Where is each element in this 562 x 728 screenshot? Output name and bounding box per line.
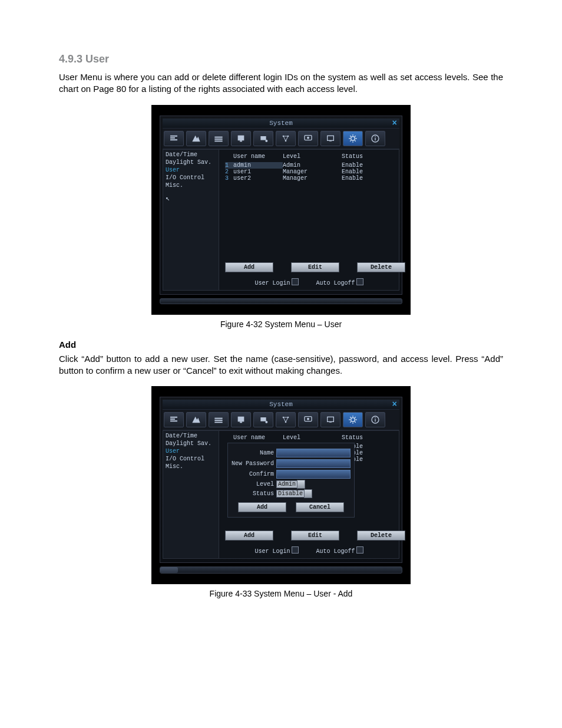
sidebar-item-daylight[interactable]: Daylight Sav. [166, 440, 216, 447]
svg-rect-17 [375, 136, 375, 137]
svg-rect-23 [260, 417, 266, 421]
add-user-dialog: Name New Password Confirm Level [227, 443, 355, 518]
user-login-label: User Login [254, 548, 290, 555]
delete-button[interactable]: Delete [357, 262, 405, 272]
svg-rect-22 [240, 421, 242, 423]
figure-32-caption: Figure 4-32 System Menu – User [59, 319, 503, 329]
system-toolbar [163, 128, 399, 149]
close-icon[interactable]: × [392, 400, 397, 409]
user-login-checkbox[interactable] [292, 546, 299, 554]
toolbar-icon-5[interactable] [253, 412, 273, 427]
col-username: User name [233, 153, 283, 160]
figure-33-caption: Figure 4-33 System Menu – User - Add [59, 589, 503, 598]
svg-rect-3 [238, 135, 244, 140]
sidebar-item-misc[interactable]: Misc. [166, 182, 216, 189]
chevron-down-icon[interactable] [297, 480, 305, 489]
svg-rect-20 [214, 421, 222, 423]
auto-logoff-checkbox[interactable] [356, 546, 363, 554]
toolbar-icon-2[interactable] [186, 412, 206, 427]
toolbar-icon-info[interactable] [365, 412, 385, 427]
cursor-icon: ↖ [166, 194, 170, 203]
sidebar-item-iocontrol[interactable]: I/O Control [166, 455, 216, 463]
toolbar-icon-6[interactable] [276, 412, 296, 427]
svg-rect-35 [375, 417, 375, 418]
sidebar-item-user[interactable]: User [166, 447, 216, 455]
dialog-cancel-button[interactable]: Cancel [296, 502, 344, 512]
svg-point-6 [265, 140, 267, 142]
toolbar-icon-1[interactable] [164, 131, 184, 146]
close-icon[interactable]: × [392, 118, 397, 128]
sidebar-item-misc[interactable]: Misc. [166, 463, 216, 470]
sidebar-item-user[interactable]: User [166, 166, 216, 174]
scrollbar[interactable] [160, 298, 402, 304]
confirm-input[interactable] [276, 470, 351, 479]
edit-button[interactable]: Edit [291, 262, 339, 272]
figure-4-33: System × Date/Time Daylight Sav. [59, 386, 503, 584]
toolbar-icon-7[interactable] [298, 412, 318, 427]
svg-rect-2 [214, 140, 222, 141]
svg-rect-0 [214, 136, 222, 137]
toolbar-icon-3[interactable] [209, 412, 229, 427]
edit-button[interactable]: Edit [291, 531, 339, 541]
new-password-input[interactable] [276, 459, 351, 468]
col-level: Level [283, 434, 342, 441]
svg-rect-30 [328, 417, 334, 421]
toolbar-icon-3[interactable] [209, 131, 229, 146]
auto-logoff-label: Auto Logoff [316, 280, 355, 286]
svg-rect-1 [214, 139, 222, 140]
toolbar-icon-6[interactable] [276, 131, 296, 146]
user-login-checkbox[interactable] [292, 278, 299, 285]
svg-rect-19 [214, 420, 222, 421]
table-row[interactable]: 1 admin Admin Enable [225, 162, 395, 169]
sidebar-item-datetime[interactable]: Date/Time [166, 432, 216, 440]
name-label: Name [232, 450, 276, 456]
toolbar-icon-system[interactable] [343, 412, 363, 427]
col-username: User name [233, 434, 283, 441]
table-row[interactable]: 3 user2 Manager Enable [225, 175, 395, 182]
table-row[interactable]: 2 user1 Manager Enable [225, 169, 395, 175]
section-heading: 4.9.3 User [59, 53, 503, 65]
scrollbar-thumb[interactable] [160, 567, 178, 573]
toolbar-icon-system[interactable] [343, 131, 363, 146]
status-label: Status [232, 490, 276, 497]
svg-rect-13 [329, 140, 332, 141]
svg-rect-12 [328, 136, 334, 140]
toolbar-icon-4[interactable] [231, 131, 251, 146]
svg-point-14 [351, 136, 355, 140]
scrollbar[interactable] [160, 566, 402, 574]
window-title: System × [163, 400, 399, 409]
toolbar-icon-info[interactable] [365, 131, 385, 146]
svg-rect-34 [375, 419, 375, 422]
status-select[interactable]: Disable [276, 490, 305, 498]
toolbar-icon-8[interactable] [320, 412, 340, 427]
name-input[interactable] [276, 449, 351, 457]
auto-logoff-checkbox[interactable] [356, 278, 363, 285]
chevron-down-icon[interactable] [304, 489, 312, 498]
window-title: System × [163, 118, 399, 128]
toolbar-icon-5[interactable] [253, 131, 273, 146]
confirm-label: Confirm [232, 471, 276, 477]
level-select[interactable]: Admin [276, 480, 297, 488]
dialog-add-button[interactable]: Add [238, 502, 286, 512]
svg-rect-21 [238, 417, 244, 422]
add-button[interactable]: Add [225, 531, 273, 541]
sidebar-item-iocontrol[interactable]: I/O Control [166, 174, 216, 182]
toolbar-icon-8[interactable] [320, 131, 340, 146]
sidebar-item-datetime[interactable]: Date/Time [166, 151, 216, 159]
user-list-pane: User name Level Status 1 admin Admin Ena… [219, 149, 399, 291]
intro-paragraph: User Menu is where you can add or delete… [59, 71, 503, 95]
delete-button[interactable]: Delete [357, 531, 405, 541]
toolbar-icon-4[interactable] [231, 412, 251, 427]
add-button[interactable]: Add [225, 262, 273, 272]
add-paragraph: Click “Add” button to add a new user. Se… [59, 353, 503, 377]
col-level: Level [283, 153, 342, 160]
toolbar-icon-7[interactable] [298, 131, 318, 146]
sidebar-item-daylight[interactable]: Daylight Sav. [166, 159, 216, 166]
toolbar-icon-1[interactable] [164, 412, 184, 427]
auto-logoff-label: Auto Logoff [316, 548, 355, 555]
toolbar-icon-2[interactable] [186, 131, 206, 146]
add-subheading: Add [59, 340, 503, 350]
system-sidebar: Date/Time Daylight Sav. User I/O Control… [163, 149, 219, 291]
svg-rect-5 [260, 136, 266, 140]
figure-4-32: System × Date/Time Daylight Sav. [59, 105, 503, 315]
